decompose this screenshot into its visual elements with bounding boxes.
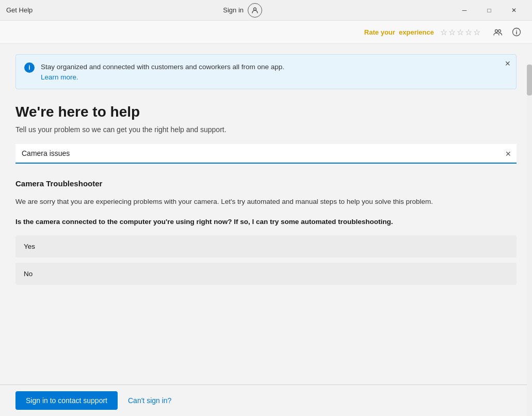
user-avatar-icon[interactable] [248, 3, 262, 18]
option-yes-button[interactable]: Yes [15, 235, 517, 258]
scrollbar-thumb[interactable] [527, 65, 532, 95]
sign-in-contact-support-button[interactable]: Sign in to contact support [15, 391, 118, 410]
close-button[interactable]: ✕ [502, 2, 526, 19]
main-wrapper: i Stay organized and connected with cust… [0, 44, 532, 416]
title-bar-left: Get Help [6, 6, 33, 14]
svg-point-5 [516, 30, 517, 31]
svg-point-2 [498, 30, 501, 33]
search-clear-button[interactable]: ✕ [505, 150, 511, 158]
hero-title: We're here to help [15, 104, 517, 120]
svg-point-1 [495, 30, 498, 33]
rate-label: Rate your experience [364, 28, 434, 36]
search-input[interactable] [15, 144, 517, 164]
banner-learn-more-link[interactable]: Learn more. [41, 73, 78, 81]
sign-in-label: Sign in [223, 6, 244, 14]
minimize-button[interactable]: ─ [453, 2, 476, 19]
star-4[interactable]: ☆ [465, 27, 472, 37]
banner-text-block: Stay organized and connected with custom… [41, 62, 284, 82]
cant-sign-in-link[interactable]: Can't sign in? [128, 396, 171, 405]
window-controls: ─ □ ✕ [453, 2, 526, 19]
banner-message: Stay organized and connected with custom… [41, 62, 284, 72]
search-wrapper: ✕ [15, 144, 517, 164]
main-content: i Stay organized and connected with cust… [0, 44, 532, 416]
scrollbar-track [527, 65, 532, 416]
sign-in-area: Sign in [223, 3, 262, 18]
title-bar: Get Help Sign in ─ □ ✕ [0, 0, 532, 21]
bottom-bar: Sign in to contact support Can't sign in… [0, 385, 527, 416]
section-body: We are sorry that you are experiecing pr… [15, 196, 517, 207]
community-icon-button[interactable] [491, 25, 505, 39]
option-no-button[interactable]: No [15, 263, 517, 285]
star-3[interactable]: ☆ [457, 27, 464, 37]
top-bar-action-icons [491, 25, 524, 39]
star-2[interactable]: ☆ [448, 27, 456, 37]
star-1[interactable]: ☆ [440, 27, 447, 37]
maximize-button[interactable]: □ [477, 2, 501, 19]
rate-experience-bar: Rate your experience ☆ ☆ ☆ ☆ ☆ [0, 21, 532, 44]
star-5[interactable]: ☆ [473, 27, 480, 37]
star-rating[interactable]: ☆ ☆ ☆ ☆ ☆ [440, 27, 480, 37]
info-banner: i Stay organized and connected with cust… [15, 54, 517, 89]
app-title: Get Help [6, 6, 33, 14]
banner-close-button[interactable]: ✕ [505, 60, 511, 67]
info-icon-button[interactable] [509, 25, 524, 39]
hero-subtitle: Tell us your problem so we can get you t… [15, 125, 517, 134]
banner-info-icon: i [24, 62, 35, 73]
troubleshooter-question: Is the camera connected to the computer … [15, 217, 517, 227]
section-title: Camera Troubleshooter [15, 179, 517, 188]
